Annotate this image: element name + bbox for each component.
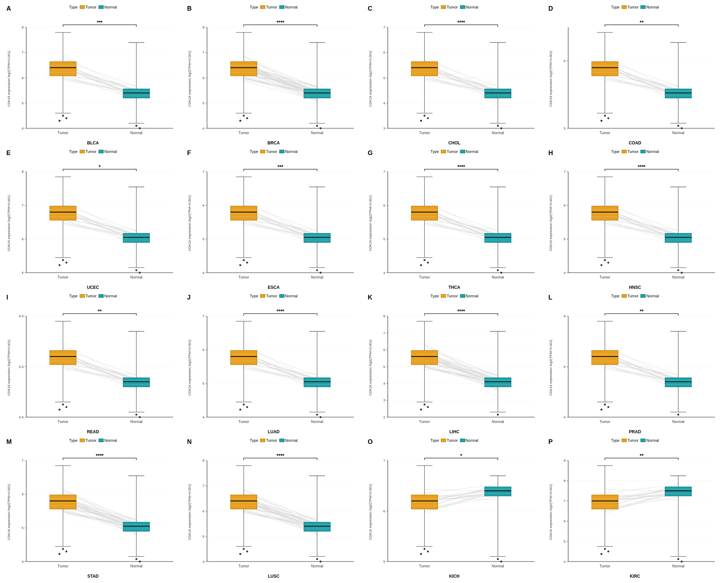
- panel-P: P Type Tumor Normal CDK16 expression log…: [545, 437, 724, 579]
- legend-I: Type Tumor Normal: [69, 294, 117, 298]
- legend-tumor-item: Tumor: [441, 5, 458, 9]
- svg-text:2: 2: [383, 415, 385, 419]
- legend-tumor-item: Tumor: [260, 149, 277, 154]
- panel-label-D: D: [548, 5, 553, 12]
- y-axis-label: CDK16 expression log2(TPM+0.001): [549, 340, 553, 396]
- legend-type-label: Type: [69, 294, 78, 298]
- svg-rect-667: [484, 378, 511, 387]
- svg-point-252: [678, 125, 679, 127]
- sig-label-P: **: [640, 453, 643, 458]
- svg-text:8: 8: [564, 479, 565, 483]
- legend-tumor-box: [80, 5, 85, 9]
- svg-text:4: 4: [564, 271, 566, 275]
- y-axis-label: CDK16 expression log2(TPM+0.001): [549, 195, 553, 251]
- legend-tumor-item: Tumor: [622, 294, 639, 298]
- tumor-x-label-N: Tumor: [238, 564, 249, 568]
- svg-point-715: [601, 409, 602, 411]
- svg-text:8: 8: [383, 314, 385, 318]
- panel-N: N Type Tumor Normal CDK16 expression log…: [184, 437, 363, 579]
- svg-text:6: 6: [202, 76, 204, 80]
- svg-point-661: [427, 406, 429, 408]
- svg-point-412: [427, 262, 429, 263]
- legend-type-label: Type: [250, 294, 258, 298]
- svg-text:6: 6: [383, 203, 385, 207]
- svg-text:5: 5: [383, 76, 385, 80]
- svg-rect-475: [665, 233, 691, 243]
- chart-area-D: CDK16 expression log2(TPM+0.001)567**Tum…: [547, 13, 723, 144]
- legend-tumor-item: Tumor: [80, 5, 96, 9]
- legend-normal-text: Normal: [285, 294, 298, 298]
- cancer-label-G: THCA: [449, 285, 460, 290]
- legend-tumor-item: Tumor: [80, 149, 96, 154]
- legend-normal-text: Normal: [466, 5, 478, 9]
- svg-text:8: 8: [202, 458, 204, 462]
- svg-rect-193: [484, 89, 511, 98]
- legend-normal-text: Normal: [466, 438, 478, 442]
- chart-area-G: CDK16 expression log2(TPM+0.001)4567****…: [367, 158, 542, 289]
- tumor-x-label-J: Tumor: [238, 419, 249, 424]
- svg-point-126: [243, 115, 244, 116]
- panel-label-J: J: [187, 294, 191, 301]
- svg-text:6: 6: [564, 314, 565, 318]
- sig-label-J: ****: [277, 308, 284, 314]
- svg-point-470: [601, 264, 602, 266]
- legend-F: Type Tumor Normal: [250, 149, 298, 154]
- legend-tumor-item: Tumor: [441, 438, 458, 442]
- tumor-x-label-P: Tumor: [599, 564, 610, 568]
- svg-text:6: 6: [564, 203, 565, 207]
- chart-area-I: CDK16 expression log2(TPM+0.001)4.55.56.…: [5, 302, 181, 433]
- legend-normal-box: [641, 294, 646, 298]
- legend-normal-text: Normal: [104, 5, 117, 9]
- legend-type-label: Type: [69, 438, 78, 442]
- legend-normal-text: Normal: [646, 149, 659, 154]
- panel-label-O: O: [368, 438, 373, 446]
- legend-tumor-box: [80, 439, 85, 442]
- svg-point-976: [604, 548, 606, 550]
- y-axis-label: CDK16 expression log2(TPM+0.001): [549, 51, 553, 107]
- svg-point-714: [608, 406, 609, 408]
- chart-area-L: CDK16 expression log2(TPM+0.001)456**Tum…: [547, 302, 723, 433]
- legend-normal-box: [279, 5, 284, 9]
- normal-x-label-L: Normal: [672, 419, 685, 424]
- legend-normal-box: [99, 294, 104, 298]
- svg-point-915: [420, 553, 422, 555]
- legend-normal-box: [279, 439, 284, 442]
- svg-point-253: [681, 127, 683, 129]
- legend-type-label: Type: [611, 5, 620, 9]
- svg-point-241: [608, 117, 609, 119]
- svg-point-309: [135, 269, 137, 271]
- svg-point-914: [427, 550, 429, 552]
- normal-x-label-C: Normal: [491, 131, 504, 135]
- svg-rect-121: [230, 62, 257, 76]
- svg-text:5: 5: [202, 534, 204, 538]
- svg-rect-247: [665, 89, 691, 98]
- svg-point-356: [239, 264, 241, 266]
- svg-point-859: [243, 548, 244, 550]
- main-grid: A Type Tumor Normal CDK16 expression log…: [0, 0, 728, 583]
- svg-point-580: [246, 406, 248, 408]
- panel-L: L Type Tumor Normal CDK16 expression log…: [545, 292, 724, 435]
- panel-label-G: G: [368, 149, 373, 157]
- panel-G: G Type Tumor Normal CDK16 expression log…: [365, 148, 544, 291]
- legend-normal-item: Normal: [641, 149, 659, 154]
- svg-point-424: [500, 272, 502, 274]
- legend-tumor-text: Tumor: [85, 294, 96, 298]
- legend-tumor-item: Tumor: [622, 149, 639, 154]
- legend-normal-item: Normal: [641, 438, 659, 442]
- svg-rect-971: [592, 495, 618, 509]
- svg-point-581: [239, 409, 241, 411]
- legend-normal-item: Normal: [279, 149, 298, 154]
- svg-point-138: [316, 125, 318, 127]
- legend-normal-box: [99, 5, 104, 9]
- svg-point-861: [239, 553, 241, 555]
- svg-rect-292: [50, 206, 76, 220]
- svg-point-47: [65, 117, 67, 119]
- sig-label-G: ****: [457, 164, 465, 170]
- cancer-label-I: READ: [87, 429, 99, 434]
- svg-point-242: [601, 120, 602, 122]
- cancer-label-K: LIHC: [449, 429, 459, 434]
- svg-point-913: [423, 548, 425, 550]
- legend-tumor-text: Tumor: [447, 149, 458, 154]
- svg-rect-361: [304, 233, 330, 243]
- svg-point-481: [681, 272, 683, 274]
